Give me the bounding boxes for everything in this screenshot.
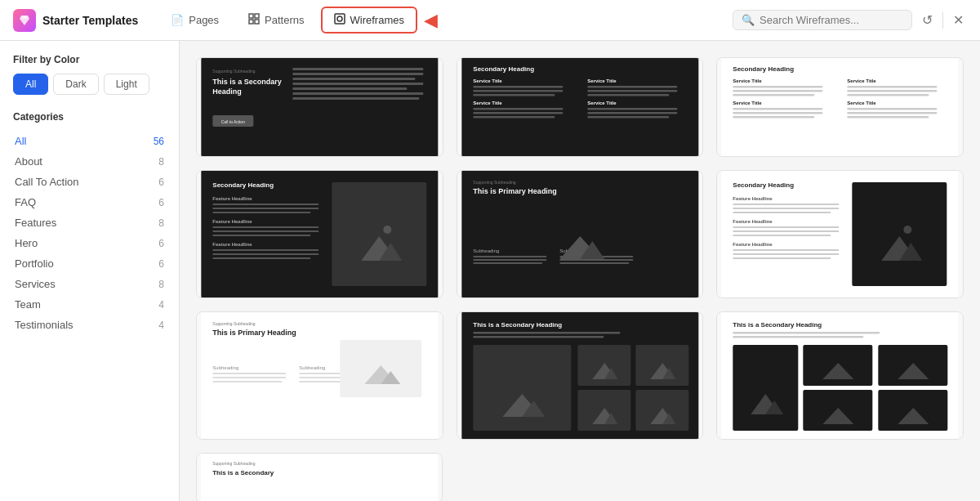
- close-button[interactable]: ✕: [950, 9, 967, 31]
- categories-label: Categories: [13, 111, 166, 123]
- svg-text:This is a Secondary: This is a Secondary: [212, 469, 274, 476]
- svg-text:This is a Secondary Heading: This is a Secondary Heading: [473, 321, 562, 329]
- svg-text:Supporting Subheading: Supporting Subheading: [473, 180, 515, 185]
- category-hero[interactable]: Hero 6: [13, 233, 166, 253]
- svg-text:Feature Headline: Feature Headline: [733, 196, 773, 201]
- svg-rect-90: [733, 208, 840, 209]
- svg-text:Service Title: Service Title: [473, 78, 502, 83]
- refresh-button[interactable]: ↺: [919, 9, 936, 31]
- category-call-to-action[interactable]: Call To Action 6: [13, 172, 166, 192]
- category-features[interactable]: Features 8: [13, 212, 166, 233]
- svg-rect-15: [292, 92, 423, 95]
- svg-rect-16: [292, 97, 419, 100]
- svg-rect-62: [212, 226, 318, 228]
- svg-rect-110: [212, 377, 286, 378]
- svg-point-5: [337, 16, 342, 21]
- tab-pages-label: Pages: [189, 14, 219, 26]
- svg-rect-10: [292, 68, 423, 70]
- svg-text:Feature Headline: Feature Headline: [212, 219, 252, 224]
- svg-rect-83: [559, 262, 629, 264]
- svg-rect-140: [733, 336, 864, 338]
- tab-wireframes-label: Wireframes: [350, 14, 404, 26]
- svg-rect-1: [255, 14, 259, 18]
- category-services[interactable]: Services 8: [13, 274, 166, 294]
- svg-rect-79: [473, 259, 546, 261]
- template-card-1[interactable]: Supporting Subheading This is a Secondar…: [196, 57, 443, 157]
- svg-text:Service Title: Service Title: [848, 101, 877, 105]
- category-all[interactable]: All 56: [13, 131, 166, 151]
- svg-rect-50: [848, 94, 929, 96]
- templates-grid-area: Supporting Subheading This is a Secondar…: [180, 41, 980, 501]
- template-card-3[interactable]: Secondary Heading Service Title Service …: [716, 57, 964, 157]
- cat-testimonials-label: Testimonials: [15, 319, 74, 331]
- filter-all-button[interactable]: All: [13, 74, 48, 95]
- svg-rect-49: [848, 90, 938, 92]
- svg-rect-109: [212, 373, 286, 374]
- svg-text:Subheading: Subheading: [212, 365, 238, 370]
- template-card-7[interactable]: Supporting Subheading This is Primary He…: [196, 311, 443, 440]
- svg-text:Heading: Heading: [212, 87, 242, 96]
- svg-rect-24: [473, 94, 555, 96]
- svg-text:Supporting Subheading: Supporting Subheading: [212, 69, 255, 74]
- svg-text:Subheading: Subheading: [299, 365, 325, 370]
- svg-rect-32: [587, 94, 669, 96]
- pages-icon: 📄: [171, 14, 184, 26]
- svg-text:Service Title: Service Title: [733, 101, 763, 105]
- categories-section: Categories All 56 About 8 Call To Action…: [13, 111, 166, 335]
- search-input[interactable]: [760, 14, 903, 26]
- card-preview-5: Supporting Subheading This is Primary He…: [457, 171, 703, 297]
- card-preview-7: Supporting Subheading This is Primary He…: [197, 312, 443, 439]
- header-divider: [942, 12, 943, 29]
- template-card-5[interactable]: Supporting Subheading This is Primary He…: [457, 170, 704, 298]
- template-card-6[interactable]: Secondary Heading Feature Headline Featu…: [716, 170, 964, 298]
- svg-text:Service Title: Service Title: [473, 101, 502, 105]
- svg-rect-35: [587, 112, 677, 114]
- category-about[interactable]: About 8: [13, 151, 166, 172]
- svg-rect-22: [473, 86, 563, 88]
- cat-hero-label: Hero: [15, 237, 38, 249]
- svg-rect-95: [733, 235, 831, 236]
- svg-text:Feature Headline: Feature Headline: [212, 196, 252, 201]
- svg-rect-40: [733, 86, 823, 88]
- svg-text:Feature Headline: Feature Headline: [733, 219, 773, 224]
- svg-rect-52: [848, 108, 938, 110]
- card-preview-6: Secondary Heading Feature Headline Featu…: [717, 171, 963, 297]
- svg-rect-141: [733, 345, 799, 431]
- cat-services-label: Services: [15, 278, 56, 290]
- template-card-4[interactable]: Secondary Heading Feature Headline Featu…: [196, 170, 443, 298]
- main-nav: 📄 Pages Patterns Wireframes ◀: [158, 7, 733, 34]
- svg-rect-111: [212, 381, 282, 382]
- template-card-9[interactable]: This is a Secondary Heading: [716, 311, 964, 440]
- template-card-2[interactable]: Secondary Heading Service Title Service …: [457, 57, 704, 157]
- category-team[interactable]: Team 4: [13, 294, 166, 315]
- category-faq[interactable]: FAQ 6: [13, 192, 166, 212]
- cat-cta-label: Call To Action: [15, 176, 79, 188]
- template-card-8[interactable]: This is a Secondary Heading: [457, 311, 704, 440]
- filter-dark-button[interactable]: Dark: [53, 74, 98, 95]
- cat-portfolio-label: Portfolio: [15, 257, 54, 270]
- svg-rect-120: [473, 332, 620, 334]
- category-portfolio[interactable]: Portfolio 6: [13, 253, 166, 274]
- cat-hero-count: 6: [158, 238, 164, 249]
- svg-text:Secondary Heading: Secondary Heading: [733, 65, 795, 73]
- template-card-10[interactable]: Supporting Subheading This is a Secondar…: [196, 453, 443, 501]
- svg-rect-31: [587, 90, 677, 92]
- svg-text:Service Title: Service Title: [848, 78, 877, 83]
- tab-pages[interactable]: 📄 Pages: [158, 7, 232, 33]
- svg-rect-2: [249, 20, 253, 24]
- svg-rect-98: [733, 253, 840, 255]
- svg-rect-63: [212, 230, 318, 232]
- svg-rect-69: [332, 182, 426, 286]
- search-icon: 🔍: [742, 14, 755, 26]
- filter-light-button[interactable]: Light: [104, 74, 149, 95]
- category-testimonials[interactable]: Testimonials 4: [13, 315, 166, 335]
- template-card-partial[interactable]: Supporting Subheading This is a Secondar…: [196, 453, 964, 501]
- app-title: Starter Templates: [42, 14, 138, 27]
- tab-wireframes[interactable]: Wireframes: [321, 7, 417, 34]
- svg-rect-100: [853, 182, 947, 286]
- arrow-indicator: ◀: [424, 10, 438, 31]
- tab-patterns[interactable]: Patterns: [235, 7, 317, 34]
- search-area[interactable]: 🔍: [733, 10, 912, 30]
- svg-text:Secondary Heading: Secondary Heading: [733, 181, 795, 189]
- svg-rect-94: [733, 230, 840, 232]
